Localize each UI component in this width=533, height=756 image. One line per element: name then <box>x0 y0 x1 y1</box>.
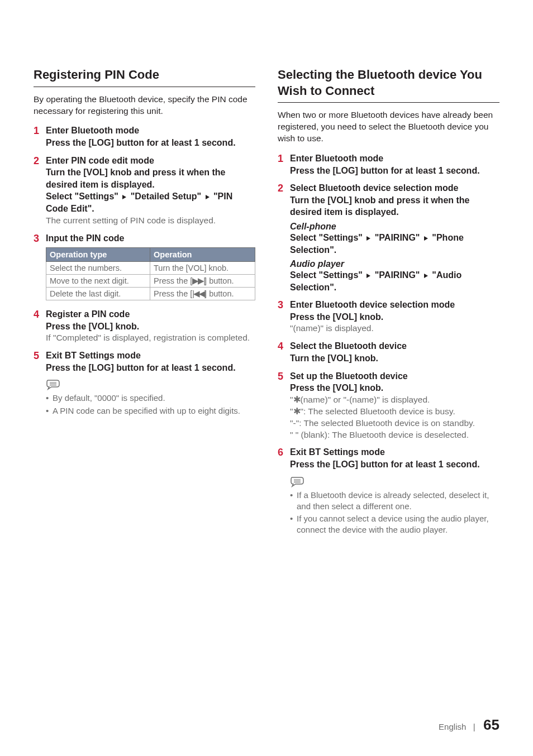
step-instr: Press the [VOL] knob. <box>46 320 255 333</box>
step-number: 5 <box>278 370 290 383</box>
left-notes: By default, "0000" is specified. A PIN c… <box>46 393 255 417</box>
step-number: 5 <box>34 350 46 362</box>
step-result: "✱(name)" or "-(name)" is displayed. <box>290 394 499 406</box>
right-column: Selecting the Bluetooth device You Wish … <box>278 67 499 537</box>
note-item: A PIN code can be specified with up to e… <box>46 405 255 417</box>
step-result: " " (blank): The Bluetooth device is des… <box>290 429 499 441</box>
right-step-2: 2 Select Bluetooth device selection mode… <box>278 182 499 293</box>
step-instr: Press the [LOG] button for at least 1 se… <box>46 362 255 374</box>
step-title: Set up the Bluetooth device <box>290 370 499 382</box>
step-title: Exit BT Settings mode <box>46 350 255 362</box>
note-item: If a Bluetooth device is already selecte… <box>290 490 499 513</box>
note-item: If you cannot select a device using the … <box>290 513 499 536</box>
step-note: If "Completed" is displayed, registratio… <box>46 332 255 344</box>
left-title: Registering PIN Code <box>34 67 255 87</box>
step-number: 1 <box>34 125 46 137</box>
step-instr: Turn the [VOL] knob. <box>290 352 499 365</box>
operation-table: Operation type Operation Select the numb… <box>46 247 255 300</box>
table-row: Move to the next digit. Press the [▶▶|] … <box>46 275 255 288</box>
arrow-right-icon <box>424 274 428 278</box>
step-number: 4 <box>278 340 290 353</box>
step-select: Select "Settings" "PAIRING" "Audio Selec… <box>290 269 499 293</box>
step-note: The current setting of PIN code is displ… <box>46 215 255 227</box>
step-result: "✱": The selected Bluetooth device is bu… <box>290 406 499 418</box>
step-instr: Press the [LOG] button for at least 1 se… <box>46 137 255 149</box>
arrow-right-icon <box>206 195 210 199</box>
left-intro: By operating the Bluetooth device, speci… <box>34 94 255 117</box>
page-footer: English | 65 <box>439 716 499 734</box>
next-track-icon: ▶▶| <box>192 276 204 285</box>
right-notes: If a Bluetooth device is already selecte… <box>290 490 499 536</box>
step-number: 6 <box>278 446 290 459</box>
step-select: Select "Settings" "Detailed Setup" "PIN … <box>46 190 255 214</box>
note-icon <box>290 476 499 487</box>
step-number: 3 <box>34 232 46 245</box>
table-header: Operation <box>150 248 255 262</box>
step-instr: Press the [LOG] button for at least 1 se… <box>290 458 499 471</box>
right-step-1: 1 Enter Bluetooth mode Press the [LOG] b… <box>278 152 499 176</box>
left-step-5: 5 Exit BT Settings mode Press the [LOG] … <box>34 350 255 374</box>
right-step-4: 4 Select the Bluetooth device Turn the [… <box>278 340 499 364</box>
step-title: Enter Bluetooth device selection mode <box>290 299 499 311</box>
step-number: 1 <box>278 152 290 165</box>
page-number: 65 <box>483 716 499 733</box>
step-note: "(name)" is displayed. <box>290 323 499 334</box>
step-number: 2 <box>278 182 290 195</box>
step-instr: Press the [VOL] knob. <box>290 311 499 323</box>
step-title: Exit BT Settings mode <box>290 446 499 458</box>
footer-sep: | <box>473 722 475 731</box>
left-step-1: 1 Enter Bluetooth mode Press the [LOG] b… <box>34 125 255 149</box>
left-step-2: 2 Enter PIN code edit mode Turn the [VOL… <box>34 155 255 227</box>
step-title: Enter Bluetooth mode <box>290 152 499 165</box>
step-title: Input the PIN code <box>46 232 255 245</box>
prev-track-icon: |◀◀ <box>192 289 204 298</box>
step-title: Enter Bluetooth mode <box>46 125 255 137</box>
footer-lang: English <box>439 722 466 731</box>
note-item: By default, "0000" is specified. <box>46 393 255 404</box>
table-header: Operation type <box>46 248 150 262</box>
arrow-right-icon <box>367 274 370 278</box>
arrow-right-icon <box>367 236 370 241</box>
step-title: Select the Bluetooth device <box>290 340 499 352</box>
step-instr: Press the [VOL] knob. <box>290 382 499 394</box>
note-icon <box>46 379 255 390</box>
step-number: 4 <box>34 308 46 321</box>
step-result: "-": The selected Bluetooth device is on… <box>290 418 499 429</box>
step-select: Select "Settings" "PAIRING" "Phone Selec… <box>290 232 499 256</box>
right-step-3: 3 Enter Bluetooth device selection mode … <box>278 299 499 334</box>
step-instr: Press the [LOG] button for at least 1 se… <box>290 165 499 177</box>
step-instr: Turn the [VOL] knob and press it when th… <box>46 166 255 190</box>
table-row: Delete the last digit. Press the [|◀◀] b… <box>46 288 255 300</box>
step-title: Select Bluetooth device selection mode <box>290 182 499 194</box>
arrow-right-icon <box>122 195 126 199</box>
left-step-4: 4 Register a PIN code Press the [VOL] kn… <box>34 308 255 344</box>
arrow-right-icon <box>424 236 428 241</box>
right-step-6: 6 Exit BT Settings mode Press the [LOG] … <box>278 446 499 470</box>
right-title: Selecting the Bluetooth device You Wish … <box>278 67 499 103</box>
step-title: Register a PIN code <box>46 308 255 320</box>
step-number: 2 <box>34 155 46 168</box>
table-row: Select the numbers. Turn the [VOL] knob. <box>46 262 255 275</box>
step-title: Enter PIN code edit mode <box>46 155 255 167</box>
right-intro: When two or more Bluetooth devices have … <box>278 109 499 145</box>
subhead-cellphone: Cell-phone <box>290 222 499 232</box>
step-number: 3 <box>278 299 290 312</box>
right-step-5: 5 Set up the Bluetooth device Press the … <box>278 370 499 441</box>
subhead-audioplayer: Audio player <box>290 259 499 269</box>
step-instr: Turn the [VOL] knob and press it when th… <box>290 194 499 218</box>
left-column: Registering PIN Code By operating the Bl… <box>34 67 255 537</box>
left-step-3: 3 Input the PIN code Operation type Oper… <box>34 232 255 301</box>
